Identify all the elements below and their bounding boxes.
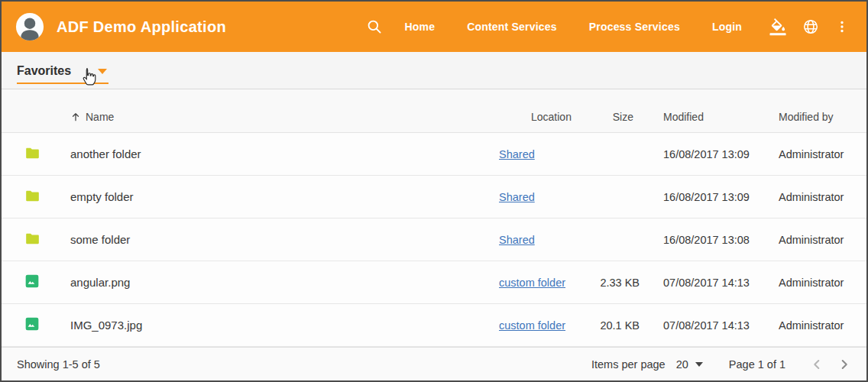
favorites-label: Favorites <box>17 64 71 78</box>
nav-process-services[interactable]: Process Services <box>589 21 680 33</box>
table-header: Name Location Size Modified Modified by <box>2 89 866 133</box>
app-window: ADF Demo Application Home Content Servic… <box>0 0 868 382</box>
app-header: ADF Demo Application Home Content Servic… <box>2 2 866 52</box>
main-nav: Home Content Services Process Services L… <box>404 21 742 33</box>
theme-color-fill-icon[interactable] <box>769 18 787 36</box>
location-link[interactable]: Shared <box>499 234 535 246</box>
app-title: ADF Demo Application <box>57 18 226 36</box>
file-name[interactable]: another folder <box>55 147 491 160</box>
chevron-down-icon <box>98 69 107 74</box>
search-icon[interactable] <box>366 18 383 35</box>
previous-page-button[interactable] <box>805 353 828 376</box>
image-file-icon <box>24 274 40 291</box>
location-link[interactable]: custom folder <box>499 319 565 332</box>
page-indicator: Page 1 of 1 <box>729 358 785 371</box>
location-link[interactable]: Shared <box>499 148 535 160</box>
pager-controls: Items per page 20 Page 1 of 1 <box>591 353 856 376</box>
column-header-modified[interactable]: Modified <box>645 111 767 123</box>
nav-content-services[interactable]: Content Services <box>467 21 557 33</box>
file-name[interactable]: angular.png <box>55 276 491 289</box>
column-header-name[interactable]: Name <box>55 111 491 123</box>
paginator: Showing 1-5 of 5 Items per page 20 Page … <box>2 347 866 380</box>
table-row[interactable]: IMG_0973.jpg custom folder 20.1 KB 07/08… <box>2 304 866 347</box>
chevron-down-icon <box>695 362 703 367</box>
folder-icon <box>24 145 40 163</box>
nav-login[interactable]: Login <box>712 21 742 33</box>
modified-by: Administrator <box>767 277 866 289</box>
modified-by: Administrator <box>767 148 866 160</box>
nav-home[interactable]: Home <box>404 21 435 33</box>
view-switcher-bar: Favorites <box>2 52 866 89</box>
header-actions: Home Content Services Process Services L… <box>366 18 850 36</box>
next-page-button[interactable] <box>833 353 856 376</box>
file-size: 2.33 KB <box>590 277 645 289</box>
location-link[interactable]: Shared <box>499 191 535 203</box>
file-name[interactable]: empty folder <box>55 190 491 203</box>
language-globe-icon[interactable] <box>802 18 819 35</box>
items-per-page-label: Items per page <box>591 358 666 371</box>
header-tool-icons <box>769 18 850 36</box>
modified-date: 07/08/2017 14:13 <box>645 319 767 332</box>
modified-by: Administrator <box>767 191 866 203</box>
file-name[interactable]: some folder <box>55 233 491 246</box>
modified-date: 07/08/2017 14:13 <box>645 277 767 289</box>
modified-by: Administrator <box>767 319 866 332</box>
table-row[interactable]: angular.png custom folder 2.33 KB 07/08/… <box>2 261 866 304</box>
location-link[interactable]: custom folder <box>499 277 565 289</box>
sort-ascending-icon <box>70 111 82 123</box>
folder-icon <box>24 231 40 249</box>
table-body: another folder Shared 16/08/2017 13:09 A… <box>2 133 866 347</box>
column-header-size[interactable]: Size <box>590 111 645 123</box>
file-size: 20.1 KB <box>590 319 645 332</box>
table-row[interactable]: empty folder Shared 16/08/2017 13:09 Adm… <box>2 176 866 219</box>
column-header-location[interactable]: Location <box>491 111 590 123</box>
favorites-dropdown[interactable]: Favorites <box>17 60 108 84</box>
column-header-modified-by[interactable]: Modified by <box>767 111 866 123</box>
file-name[interactable]: IMG_0973.jpg <box>55 319 491 332</box>
table-row[interactable]: some folder Shared 16/08/2017 13:08 Admi… <box>2 219 866 261</box>
modified-date: 16/08/2017 13:08 <box>645 234 767 246</box>
items-per-page-select[interactable]: 20 <box>676 358 703 371</box>
folder-icon <box>24 188 40 206</box>
modified-by: Administrator <box>767 234 866 246</box>
modified-date: 16/08/2017 13:09 <box>645 148 767 160</box>
showing-range-label: Showing 1-5 of 5 <box>17 358 100 371</box>
more-vert-icon[interactable] <box>834 19 850 34</box>
image-file-icon <box>24 316 40 334</box>
modified-date: 16/08/2017 13:09 <box>645 191 767 203</box>
user-avatar-icon[interactable] <box>15 12 44 41</box>
table-row[interactable]: another folder Shared 16/08/2017 13:09 A… <box>2 133 866 176</box>
